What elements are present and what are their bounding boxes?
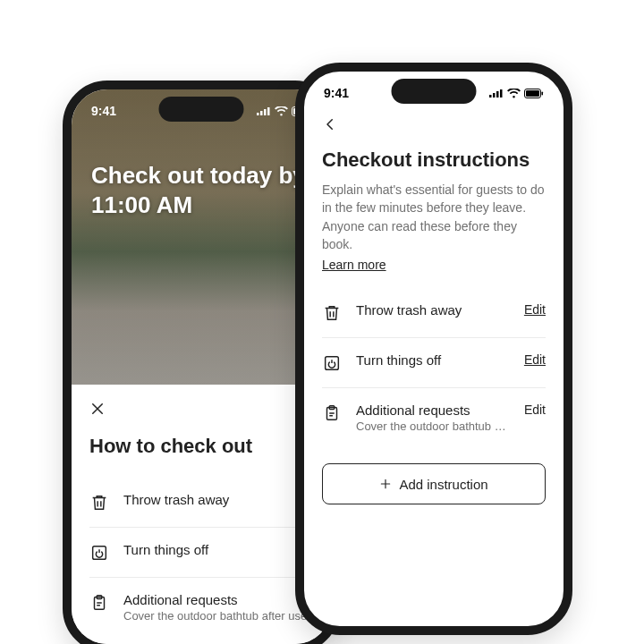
dynamic-island	[392, 79, 477, 104]
plus-icon	[379, 478, 392, 490]
add-instruction-button[interactable]: Add instruction	[322, 463, 546, 504]
edit-button[interactable]: Edit	[524, 302, 546, 317]
back-icon[interactable]	[322, 116, 338, 132]
item-subtitle: Cover the outdoor bathtub after use	[356, 419, 510, 433]
instruction-list: Throw trash away Edit Turn things off Ed…	[322, 288, 546, 447]
page-content: Checkout instructions Explain what's ess…	[304, 107, 564, 504]
page-title: Checkout instructions	[322, 148, 546, 172]
status-time: 9:41	[324, 86, 349, 100]
status-time: 9:41	[91, 104, 116, 118]
page-description: Explain what's essential for guests to d…	[322, 181, 546, 253]
add-instruction-label: Add instruction	[399, 477, 487, 492]
svg-rect-0	[257, 113, 259, 115]
instruction-list: Throw trash away Turn things off Additio…	[89, 478, 313, 637]
svg-rect-11	[493, 93, 496, 97]
signal-icon	[257, 106, 271, 115]
svg-rect-16	[542, 91, 544, 95]
list-item: Throw trash away	[89, 478, 313, 528]
svg-rect-10	[489, 95, 492, 97]
clipboard-icon	[89, 593, 109, 613]
battery-icon	[524, 89, 544, 98]
clipboard-icon	[322, 403, 342, 423]
svg-rect-15	[526, 90, 539, 97]
phone-host-view: 9:41 Checkout instructions Explain what'…	[295, 63, 572, 635]
list-item: Turn things off Edit	[322, 338, 546, 388]
svg-rect-2	[264, 109, 267, 115]
svg-rect-3	[267, 107, 270, 115]
svg-rect-13	[500, 89, 503, 97]
list-item: Additional requests Cover the outdoor ba…	[322, 388, 546, 447]
power-icon	[89, 543, 109, 563]
trash-icon	[322, 303, 342, 323]
list-item: Turn things off	[89, 528, 313, 578]
item-title: Throw trash away	[356, 302, 510, 318]
trash-icon	[89, 493, 109, 513]
edit-button[interactable]: Edit	[524, 402, 546, 417]
status-icons	[489, 89, 544, 98]
signal-icon	[489, 89, 504, 97]
edit-button[interactable]: Edit	[524, 352, 546, 367]
sheet-title: How to check out	[89, 435, 313, 458]
item-subtitle: Cover the outdoor bathtub after use	[123, 609, 313, 623]
wifi-icon	[275, 106, 288, 116]
dynamic-island	[159, 97, 244, 122]
checkout-sheet: How to check out Throw trash away Turn t…	[72, 385, 331, 644]
close-icon[interactable]	[89, 401, 106, 417]
hero: 9:41 Check out today by 11:00 AM	[72, 89, 331, 385]
item-title: Throw trash away	[123, 492, 313, 507]
svg-rect-1	[260, 111, 263, 115]
svg-rect-12	[496, 91, 499, 97]
item-title: Additional requests	[123, 592, 313, 607]
list-item: Additional requests Cover the outdoor ba…	[89, 578, 313, 637]
item-title: Additional requests	[356, 402, 510, 418]
power-icon	[322, 353, 342, 373]
item-title: Turn things off	[123, 542, 313, 557]
hero-title: Check out today by 11:00 AM	[91, 161, 311, 219]
wifi-icon	[507, 89, 521, 98]
list-item: Throw trash away Edit	[322, 288, 546, 338]
learn-more-link[interactable]: Learn more	[322, 258, 386, 272]
item-title: Turn things off	[356, 352, 510, 368]
